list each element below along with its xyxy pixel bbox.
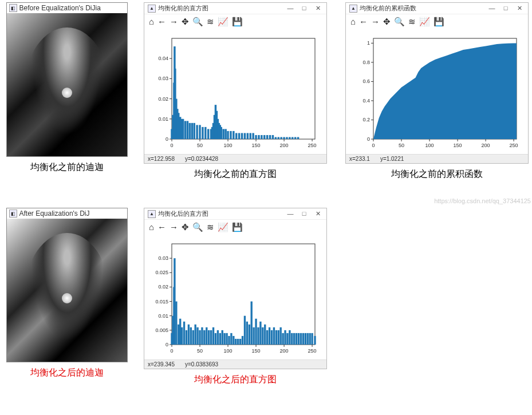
plot-titlebar: ▲均衡化后的直方图 — □ ✕: [144, 208, 326, 220]
pan-icon[interactable]: ✥: [182, 17, 189, 27]
plot-window-hist-after: ▲均衡化后的直方图 — □ ✕ ⌂ ← → ✥ 🔍 ≋ 📈 💾 05010015…: [144, 208, 327, 369]
save-icon[interactable]: 💾: [434, 17, 444, 27]
svg-rect-198: [309, 333, 310, 345]
zoom-icon[interactable]: 🔍: [192, 222, 203, 232]
cell-hist-after: ▲均衡化后的直方图 — □ ✕ ⌂ ← → ✥ 🔍 ≋ 📈 💾 05010015…: [138, 208, 333, 386]
svg-rect-185: [280, 327, 282, 345]
subplot-icon[interactable]: ≋: [207, 17, 214, 27]
minimize-button[interactable]: —: [285, 210, 295, 218]
svg-text:0.02: 0.02: [158, 284, 168, 290]
svg-rect-73: [275, 137, 277, 139]
save-icon[interactable]: 💾: [232, 17, 243, 27]
svg-text:0.01: 0.01: [158, 313, 168, 319]
svg-rect-171: [249, 325, 250, 345]
svg-rect-175: [257, 327, 259, 345]
maximize-button[interactable]: □: [299, 5, 309, 12]
svg-text:250: 250: [510, 143, 518, 148]
home-icon[interactable]: ⌂: [350, 17, 356, 27]
zoom-icon[interactable]: 🔍: [192, 17, 203, 27]
svg-text:100: 100: [224, 348, 232, 354]
svg-rect-33: [182, 119, 184, 139]
forward-icon[interactable]: →: [371, 17, 380, 27]
svg-rect-156: [215, 333, 216, 345]
back-icon[interactable]: ←: [157, 17, 166, 27]
svg-rect-190: [291, 333, 293, 345]
svg-rect-161: [226, 333, 227, 345]
svg-rect-176: [259, 322, 261, 345]
matplotlib-toolbar: ⌂ ← → ✥ 🔍 ≋ 📈 💾: [346, 14, 528, 29]
svg-rect-174: [255, 319, 257, 345]
svg-rect-142: [183, 322, 185, 345]
subplot-icon[interactable]: ≋: [408, 17, 416, 27]
close-button[interactable]: ✕: [313, 5, 323, 12]
app-icon: ◧: [9, 4, 17, 12]
close-button[interactable]: ✕: [514, 5, 525, 12]
svg-rect-54: [222, 129, 224, 139]
svg-rect-38: [193, 123, 195, 139]
minimize-button[interactable]: —: [487, 5, 497, 12]
svg-rect-80: [294, 137, 296, 139]
svg-rect-173: [253, 327, 254, 345]
image-window-title: Before Equalization's DiJia: [19, 4, 101, 12]
status-x: x=233.1: [349, 156, 370, 162]
svg-rect-107: [172, 244, 315, 345]
back-icon[interactable]: ←: [359, 17, 368, 27]
svg-rect-56: [227, 131, 228, 139]
svg-rect-71: [269, 135, 271, 139]
forward-icon[interactable]: →: [170, 222, 178, 232]
svg-rect-60: [238, 133, 240, 139]
svg-rect-39: [196, 125, 198, 139]
svg-text:150: 150: [252, 348, 261, 354]
save-icon[interactable]: 💾: [232, 222, 243, 232]
svg-rect-35: [187, 121, 188, 139]
svg-rect-140: [179, 319, 181, 345]
svg-rect-163: [230, 333, 232, 345]
svg-rect-144: [188, 325, 190, 345]
plot-area: 05010015020025000.010.020.030.04: [144, 29, 326, 154]
pan-icon[interactable]: ✥: [182, 222, 189, 232]
image-window-after: ◧ After Equalization's DiJ: [6, 208, 128, 362]
svg-rect-178: [264, 325, 266, 345]
svg-text:0.2: 0.2: [362, 117, 370, 122]
svg-rect-68: [261, 135, 262, 139]
svg-rect-162: [228, 336, 230, 345]
svg-rect-34: [184, 121, 186, 139]
cell-before-image: ◧ Before Equalization's DiJia 均衡化之前的迪迦: [2, 2, 131, 173]
plot-window-title: 均衡化前的直方图: [158, 4, 208, 13]
minimize-button[interactable]: —: [285, 5, 295, 12]
image-titlebar: ◧ After Equalization's DiJ: [7, 208, 127, 219]
pan-icon[interactable]: ✥: [383, 17, 391, 27]
plot-window-title: 均衡化前的累积函数: [360, 4, 416, 13]
caption-before-image: 均衡化之前的迪迦: [30, 161, 104, 173]
subplot-icon[interactable]: ≋: [207, 222, 214, 232]
axes-icon[interactable]: 📈: [218, 222, 228, 232]
status-x: x=239.345: [148, 361, 175, 367]
zoom-icon[interactable]: 🔍: [394, 17, 405, 27]
svg-rect-187: [284, 330, 286, 345]
svg-rect-177: [262, 327, 263, 345]
svg-rect-155: [212, 327, 214, 345]
close-button[interactable]: ✕: [313, 210, 323, 218]
caption-cdf-before: 均衡化之前的累积函数: [391, 168, 483, 180]
svg-text:100: 100: [425, 143, 434, 148]
svg-rect-36: [189, 123, 191, 139]
plot-titlebar: ▲均衡化前的直方图 — □ ✕: [144, 3, 326, 14]
home-icon[interactable]: ⌂: [149, 222, 154, 232]
axes-icon[interactable]: 📈: [218, 17, 228, 27]
image-titlebar: ◧ Before Equalization's DiJia: [7, 3, 127, 13]
plot-area: 05010015020025000.0050.010.0150.020.0250…: [144, 235, 326, 359]
svg-text:1: 1: [367, 40, 370, 46]
back-icon[interactable]: ←: [157, 222, 166, 232]
maximize-button[interactable]: □: [501, 5, 511, 12]
matplotlib-toolbar: ⌂ ← → ✥ 🔍 ≋ 📈 💾: [144, 220, 326, 235]
svg-rect-42: [204, 127, 206, 139]
image-body-before: [7, 13, 127, 156]
svg-rect-150: [201, 327, 203, 345]
axes-icon[interactable]: 📈: [419, 17, 430, 27]
forward-icon[interactable]: →: [170, 17, 178, 27]
svg-rect-63: [247, 133, 249, 139]
home-icon[interactable]: ⌂: [149, 17, 154, 27]
maximize-button[interactable]: □: [299, 210, 309, 218]
svg-rect-158: [219, 333, 221, 345]
matplotlib-toolbar: ⌂ ← → ✥ 🔍 ≋ 📈 💾: [144, 14, 326, 29]
